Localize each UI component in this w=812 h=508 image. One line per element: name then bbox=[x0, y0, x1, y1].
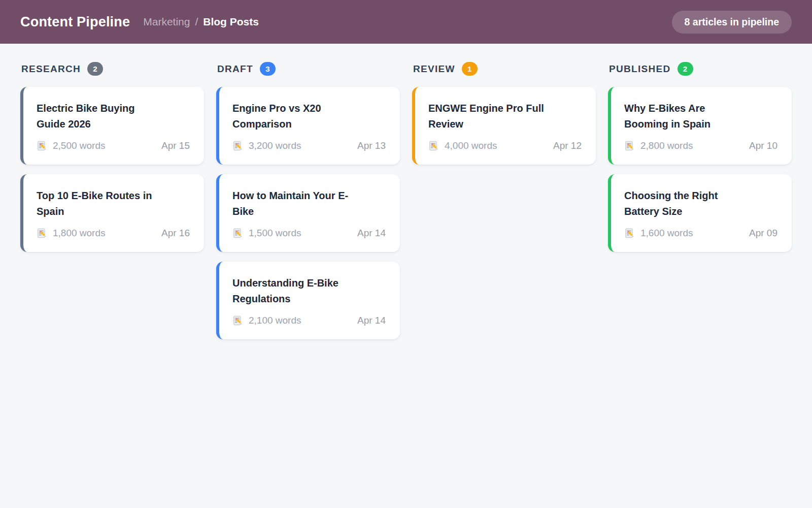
card-date: Apr 10 bbox=[749, 140, 777, 151]
card-meta: 2,500 words Apr 15 bbox=[37, 140, 190, 151]
breadcrumb: Marketing / Blog Posts bbox=[143, 16, 259, 28]
app-header: Content Pipeline Marketing / Blog Posts … bbox=[0, 0, 812, 44]
column-draft: DRAFT 3 Engine Pro vs X20 Comparison 3,2… bbox=[216, 59, 400, 349]
card-date: Apr 15 bbox=[161, 140, 190, 151]
card-title: Understanding E-Bike Regulations bbox=[232, 275, 353, 307]
card-top-10-ebike-routes[interactable]: Top 10 E-Bike Routes in Spain 1,800 word… bbox=[20, 174, 204, 252]
memo-icon bbox=[232, 315, 244, 326]
card-date: Apr 14 bbox=[357, 228, 386, 239]
card-date: Apr 16 bbox=[161, 228, 190, 239]
column-review: REVIEW 1 ENGWE Engine Pro Full Review 4,… bbox=[412, 59, 596, 174]
breadcrumb-section[interactable]: Marketing bbox=[143, 16, 190, 28]
memo-icon bbox=[37, 228, 48, 239]
word-count: 2,500 words bbox=[53, 140, 106, 151]
card-how-to-maintain-ebike[interactable]: How to Maintain Your E-Bike 1,500 words … bbox=[216, 174, 400, 252]
memo-icon bbox=[428, 140, 439, 151]
word-count-group: 2,500 words bbox=[37, 140, 106, 151]
word-count: 1,500 words bbox=[249, 228, 301, 239]
word-count-group: 1,500 words bbox=[232, 228, 301, 239]
card-engine-pro-vs-x20[interactable]: Engine Pro vs X20 Comparison 3,200 words… bbox=[216, 87, 400, 165]
card-date: Apr 12 bbox=[553, 140, 582, 151]
card-meta: 1,500 words Apr 14 bbox=[232, 228, 386, 239]
column-research: RESEARCH 2 Electric Bike Buying Guide 20… bbox=[20, 59, 204, 262]
word-count-group: 4,000 words bbox=[428, 140, 497, 151]
card-date: Apr 09 bbox=[749, 228, 777, 239]
page-title: Content Pipeline bbox=[20, 14, 130, 30]
card-understanding-ebike-regulations[interactable]: Understanding E-Bike Regulations 2,100 w… bbox=[216, 262, 400, 339]
card-date: Apr 13 bbox=[357, 140, 386, 151]
column-research-count-badge: 2 bbox=[87, 62, 103, 76]
word-count-group: 2,100 words bbox=[232, 315, 301, 326]
card-meta: 3,200 words Apr 13 bbox=[232, 140, 386, 151]
column-draft-header: DRAFT 3 bbox=[217, 62, 400, 76]
memo-icon bbox=[624, 140, 635, 151]
card-title: Engine Pro vs X20 Comparison bbox=[232, 101, 353, 132]
column-published-header: PUBLISHED 2 bbox=[609, 62, 792, 76]
word-count: 3,200 words bbox=[249, 140, 301, 151]
column-published-title: PUBLISHED bbox=[609, 64, 671, 75]
breadcrumb-page[interactable]: Blog Posts bbox=[203, 16, 259, 28]
card-title: Choosing the Right Battery Size bbox=[624, 188, 745, 219]
column-published: PUBLISHED 2 Why E-Bikes Are Booming in S… bbox=[608, 59, 792, 262]
word-count: 1,600 words bbox=[640, 228, 693, 239]
column-published-count-badge: 2 bbox=[678, 62, 693, 76]
memo-icon bbox=[37, 140, 48, 151]
memo-icon bbox=[232, 140, 244, 151]
card-title: How to Maintain Your E-Bike bbox=[232, 188, 353, 219]
column-draft-count-badge: 3 bbox=[260, 62, 276, 76]
card-electric-bike-buying-guide[interactable]: Electric Bike Buying Guide 2026 2,500 wo… bbox=[20, 87, 204, 165]
memo-icon bbox=[232, 228, 244, 239]
card-engwe-engine-pro-review[interactable]: ENGWE Engine Pro Full Review 4,000 words… bbox=[412, 87, 596, 165]
kanban-board: RESEARCH 2 Electric Bike Buying Guide 20… bbox=[0, 44, 812, 349]
card-meta: 1,600 words Apr 09 bbox=[624, 228, 777, 239]
card-why-ebikes-booming-spain[interactable]: Why E-Bikes Are Booming in Spain 2,800 w… bbox=[608, 87, 792, 165]
card-title: Electric Bike Buying Guide 2026 bbox=[37, 101, 157, 132]
column-research-title: RESEARCH bbox=[21, 64, 81, 75]
word-count: 2,100 words bbox=[249, 315, 301, 326]
card-title: ENGWE Engine Pro Full Review bbox=[428, 101, 549, 132]
word-count: 4,000 words bbox=[445, 140, 497, 151]
card-date: Apr 14 bbox=[357, 315, 386, 326]
word-count: 2,800 words bbox=[640, 140, 693, 151]
word-count-group: 3,200 words bbox=[232, 140, 301, 151]
column-review-title: REVIEW bbox=[413, 64, 455, 75]
column-research-header: RESEARCH 2 bbox=[21, 62, 204, 76]
card-meta: 4,000 words Apr 12 bbox=[428, 140, 582, 151]
breadcrumb-separator: / bbox=[195, 16, 198, 28]
card-title: Top 10 E-Bike Routes in Spain bbox=[37, 188, 157, 219]
column-review-count-badge: 1 bbox=[462, 62, 478, 76]
page: { "header": { "title": "Content Pipeline… bbox=[0, 0, 812, 508]
card-title: Why E-Bikes Are Booming in Spain bbox=[624, 101, 745, 132]
card-meta: 1,800 words Apr 16 bbox=[37, 228, 190, 239]
memo-icon bbox=[624, 228, 635, 239]
column-draft-title: DRAFT bbox=[217, 64, 253, 75]
card-meta: 2,100 words Apr 14 bbox=[232, 315, 386, 326]
word-count-group: 2,800 words bbox=[624, 140, 693, 151]
pipeline-count-badge: 8 articles in pipeline bbox=[672, 11, 792, 34]
card-meta: 2,800 words Apr 10 bbox=[624, 140, 777, 151]
word-count-group: 1,800 words bbox=[37, 228, 106, 239]
column-review-header: REVIEW 1 bbox=[413, 62, 596, 76]
card-choosing-right-battery-size[interactable]: Choosing the Right Battery Size 1,600 wo… bbox=[608, 174, 792, 252]
word-count: 1,800 words bbox=[53, 228, 106, 239]
word-count-group: 1,600 words bbox=[624, 228, 693, 239]
